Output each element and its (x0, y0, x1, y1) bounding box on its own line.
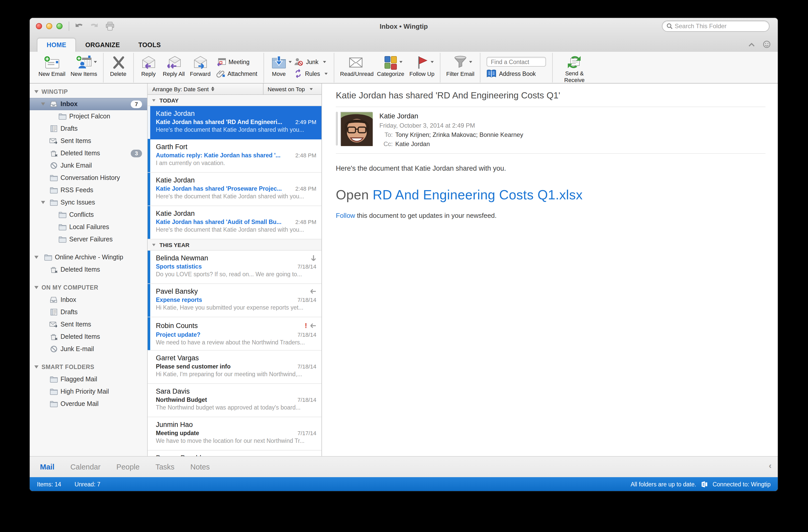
sidebar-item-drafts[interactable]: Drafts (30, 122, 147, 135)
sidebar-item-sent-items[interactable]: Sent Items (30, 318, 147, 330)
sidebar-item-overdue-mail[interactable]: Overdue Mail (30, 398, 147, 410)
arrange-by-control[interactable]: Arrange By: Date Sent (148, 83, 263, 94)
tab-organize[interactable]: ORGANIZE (76, 38, 129, 52)
sidebar-item-sync-issues[interactable]: Sync Issues (30, 196, 147, 209)
message-group-this-year[interactable]: THIS YEAR (148, 239, 322, 251)
message-subject-line: Katie Jordan has shared 'RD And Engineer… (156, 119, 292, 125)
message-row[interactable]: Pavel BanskyExpense reports7/18/14Hi Kat… (148, 284, 322, 317)
sort-order-control[interactable]: Newest on Top (263, 83, 322, 94)
find-a-contact-button[interactable]: Find a Contact (487, 57, 546, 66)
message-row[interactable]: Sara DavisNorthwind Budget7/18/14The Nor… (148, 384, 322, 417)
junk-button[interactable]: Junk (294, 57, 328, 66)
zoom-button[interactable] (56, 23, 62, 29)
disclosure-triangle-icon[interactable] (41, 102, 45, 106)
sidebar-item-server-failures[interactable]: Server Failures (30, 233, 147, 246)
sidebar-item-sent-items[interactable]: Sent Items (30, 135, 147, 147)
minimize-button[interactable] (46, 23, 52, 29)
sidebar-section-smart-folders[interactable]: SMART FOLDERS (30, 361, 147, 373)
module-tab-people[interactable]: People (116, 463, 140, 471)
message-row[interactable]: Belinda NewmanSports statistics7/18/14Do… (148, 251, 322, 284)
sidebar-item-deleted-items[interactable]: Deleted Items3 (30, 147, 147, 159)
sidebar-item-deleted-items[interactable]: Deleted Items (30, 263, 147, 276)
feedback-smiley-icon[interactable] (763, 40, 771, 48)
reply-all-icon (165, 54, 183, 70)
ribbon-button-label: Forward (190, 71, 211, 77)
close-button[interactable] (36, 23, 42, 29)
to-recipients[interactable]: Tony Krijnen; Zrinka Makovac; Bonnie Kea… (395, 131, 523, 138)
module-tab-tasks[interactable]: Tasks (155, 463, 174, 471)
rules-button[interactable]: Rules (294, 69, 328, 78)
message-row[interactable]: Katie JordanKatie Jordan has shared 'RD … (148, 106, 322, 139)
find-a-contact-field[interactable]: Find a Contact (487, 57, 546, 66)
filter-email-button[interactable]: Filter Email (444, 53, 477, 82)
search-field[interactable] (662, 20, 770, 32)
sidebar-section-wingtip[interactable]: WINGTIP (30, 86, 147, 98)
sidebar-item-conflicts[interactable]: Conflicts (30, 209, 147, 221)
cc-recipients[interactable]: Katie Jordan (395, 140, 430, 148)
attachment-button[interactable]: Attachment (216, 69, 257, 78)
sidebar-item-inbox[interactable]: Inbox (30, 294, 147, 306)
sidebar-item-online-archive-wingtip[interactable]: Online Archive - Wingtip (30, 251, 147, 263)
sender-name[interactable]: Katie Jordan (380, 112, 523, 120)
print-icon[interactable] (105, 21, 115, 31)
new-email-button[interactable]: New Email (36, 53, 68, 82)
sidebar-item-inbox[interactable]: Inbox7 (30, 98, 147, 110)
sender-avatar[interactable] (341, 112, 372, 146)
reply-button[interactable]: Reply (136, 53, 160, 82)
message-row[interactable]: Katie JordanKatie Jordan has shared 'Pro… (148, 173, 322, 206)
search-input[interactable] (675, 22, 765, 30)
document-link[interactable]: RD And Engineering Costs Q1.xlsx (373, 187, 583, 203)
sidebar-item-conversation-history[interactable]: Conversation History (30, 172, 147, 184)
delete-button[interactable]: Delete (106, 53, 130, 82)
read-unread-button[interactable]: Read/Unread (337, 53, 374, 82)
follow-up-button[interactable]: Follow Up (407, 53, 437, 82)
sort-direction-icon (211, 87, 214, 91)
move-button[interactable]: Move (267, 53, 291, 82)
disclosure-triangle-icon[interactable] (152, 99, 155, 101)
disclosure-triangle-icon[interactable] (34, 256, 38, 259)
message-row[interactable]: Katie JordanKatie Jordan has shared 'Aud… (148, 206, 322, 239)
sidebar-item-local-failures[interactable]: Local Failures (30, 221, 147, 233)
send-receive-button[interactable]: Send & Receive (556, 53, 593, 82)
sidebar-item-junk-email[interactable]: Junk Email (30, 159, 147, 172)
module-navbar: MailCalendarPeopleTasksNotes ‹ (30, 456, 778, 477)
message-row[interactable]: Junmin HaoMeeting update7/17/14We have t… (148, 417, 322, 451)
disclosure-triangle-icon[interactable] (34, 90, 38, 93)
message-row[interactable]: Robin Counts!Project update?7/18/14We ne… (148, 317, 322, 350)
tab-home[interactable]: HOME (37, 38, 76, 52)
module-tab-mail[interactable]: Mail (40, 463, 54, 471)
disclosure-triangle-icon[interactable] (41, 201, 45, 204)
sidebar-item-junk-e-mail[interactable]: Junk E-mail (30, 343, 147, 355)
tab-tools[interactable]: TOOLS (129, 38, 170, 52)
sidebar-item-rss-feeds[interactable]: RSS Feeds (30, 184, 147, 196)
reply-all-button[interactable]: Reply All (160, 53, 187, 82)
module-tab-notes[interactable]: Notes (190, 463, 210, 471)
collapse-ribbon-icon[interactable] (749, 42, 755, 46)
message-group-today[interactable]: TODAY (148, 95, 322, 106)
collapse-pane-icon[interactable]: ‹ (769, 461, 772, 471)
module-tab-calendar[interactable]: Calendar (70, 463, 100, 471)
follow-link[interactable]: Follow (336, 212, 355, 220)
sidebar-item-high-priority-mail[interactable]: High Priority Mail (30, 385, 147, 398)
sidebar-item-label: Deleted Items (60, 266, 100, 273)
message-row[interactable]: Dorena Paschke (148, 451, 322, 456)
disclosure-triangle-icon[interactable] (34, 365, 38, 368)
desktop: Inbox • Wingtip HOMEORGANIZETOOLS (0, 0, 808, 532)
new-items-button[interactable]: New Items (68, 53, 100, 82)
disclosure-triangle-icon[interactable] (34, 286, 38, 289)
disclosure-triangle-icon[interactable] (152, 244, 155, 246)
address-book-button[interactable]: Address Book (487, 69, 546, 78)
forward-button[interactable]: Forward (187, 53, 213, 82)
message-row[interactable]: Garret VargasPlease send customer info7/… (148, 350, 322, 384)
categorize-button[interactable]: Categorize (374, 53, 407, 82)
message-row[interactable]: Garth FortAutomatic reply: Katie Jordan … (148, 139, 322, 173)
items-count: Items: 14 (37, 481, 61, 487)
sidebar-item-flagged-mail[interactable]: Flagged Mail (30, 373, 147, 385)
sidebar-item-deleted-items[interactable]: Deleted Items (30, 330, 147, 343)
undo-icon[interactable] (74, 22, 84, 30)
sidebar-item-drafts[interactable]: Drafts (30, 306, 147, 318)
sidebar-section-on-my-computer[interactable]: ON MY COMPUTER (30, 281, 147, 294)
redo-icon[interactable] (90, 22, 99, 30)
meeting-button[interactable]: Meeting (216, 57, 257, 66)
sidebar-item-project-falcon[interactable]: Project Falcon (30, 110, 147, 122)
